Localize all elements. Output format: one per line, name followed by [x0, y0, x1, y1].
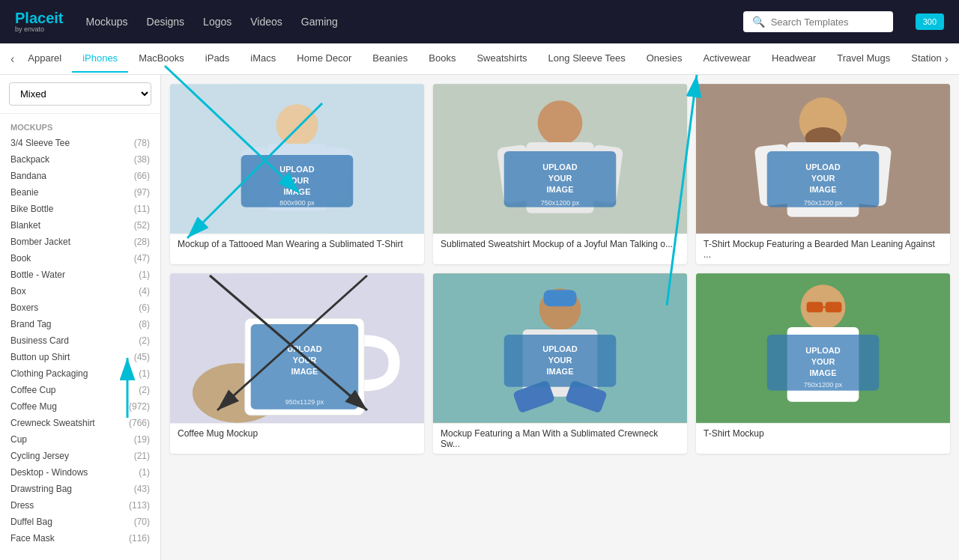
cat-activewear[interactable]: Activewear	[692, 45, 761, 73]
card-coffee-mug[interactable]: UPLOAD YOUR IMAGE 950x1129 px Coffee Mug…	[170, 273, 424, 454]
svg-text:IMAGE: IMAGE	[547, 367, 574, 376]
sidebar-item-drawstring-bag[interactable]: Drawstring Bag(43)	[0, 481, 160, 497]
svg-text:750x1200 px: 750x1200 px	[541, 199, 580, 207]
cat-books[interactable]: Books	[418, 45, 466, 73]
card-image-6: UPLOAD YOUR IMAGE 750x1200 px	[696, 273, 950, 423]
card-label-6: T-Shirt Mockup	[696, 423, 950, 443]
svg-text:950x1129 px: 950x1129 px	[285, 398, 324, 406]
cat-travel-mugs[interactable]: Travel Mugs	[826, 45, 901, 73]
logo-sub: by envato	[15, 26, 63, 34]
svg-text:UPLOAD: UPLOAD	[805, 346, 840, 355]
svg-text:750x1200 px: 750x1200 px	[804, 199, 843, 207]
svg-text:UPLOAD: UPLOAD	[279, 165, 314, 174]
card-image-3: UPLOAD YOUR IMAGE 750x1200 px	[696, 84, 950, 234]
search-input[interactable]	[771, 16, 883, 28]
sidebar-item-beanie[interactable]: Beanie(97)	[0, 184, 160, 201]
card-sunglasses-tshirt[interactable]: UPLOAD YOUR IMAGE 750x1200 px T-Shirt Mo…	[696, 273, 950, 454]
mixed-dropdown[interactable]: Mixed Photos Vectors	[9, 82, 151, 106]
cat-imacs[interactable]: iMacs	[240, 45, 286, 73]
search-bar: 🔍	[743, 11, 893, 32]
card-label-4: Coffee Mug Mockup	[170, 423, 424, 443]
sidebar-item-bandana[interactable]: Bandana(66)	[0, 168, 160, 184]
sidebar-item-coffee-cup[interactable]: Coffee Cup(2)	[0, 382, 160, 398]
sidebar-item-cycling-jersey[interactable]: Cycling Jersey(21)	[0, 448, 160, 464]
card-label-1: Mockup of a Tattooed Man Wearing a Subli…	[170, 234, 424, 254]
sidebar-item-box[interactable]: Box(4)	[0, 283, 160, 299]
svg-text:UPLOAD: UPLOAD	[542, 344, 577, 353]
svg-text:YOUR: YOUR	[811, 357, 835, 366]
svg-text:UPLOAD: UPLOAD	[542, 162, 577, 171]
cat-macbooks[interactable]: MacBooks	[128, 45, 195, 73]
content-area: UPLOAD YOUR IMAGE 800x900 px Mockup of a…	[161, 75, 959, 560]
sidebar-item-boxers[interactable]: Boxers(6)	[0, 299, 160, 316]
main-nav: Mockups Designs Logos Videos Gaming	[85, 16, 720, 28]
svg-text:IMAGE: IMAGE	[291, 367, 318, 376]
sidebar-item-crewneck-sweatshirt[interactable]: Crewneck Sweatshirt(766)	[0, 415, 160, 431]
sidebar-item-clothing-packaging[interactable]: Clothing Packaging(1)	[0, 365, 160, 382]
card-crewneck-man[interactable]: UPLOAD YOUR IMAGE Mockup Featuring a Man…	[433, 273, 687, 454]
svg-text:YOUR: YOUR	[548, 356, 572, 365]
nav-videos[interactable]: Videos	[250, 16, 282, 28]
nav-gaming[interactable]: Gaming	[301, 16, 338, 28]
sidebar-item-backpack[interactable]: Backpack(38)	[0, 151, 160, 168]
svg-text:UPLOAD: UPLOAD	[287, 344, 321, 353]
sidebar-section-label: Mockups	[0, 120, 160, 135]
logo[interactable]: Placeit by envato	[15, 10, 63, 34]
cat-prev-arrow[interactable]: ‹	[7, 52, 17, 66]
cat-home-decor[interactable]: Home Decor	[286, 45, 362, 73]
svg-text:750x1200 px: 750x1200 px	[804, 381, 843, 389]
card-image-2: UPLOAD YOUR IMAGE 750x1200 px	[433, 84, 687, 234]
sidebar-item-34-sleeve-tee[interactable]: 3/4 Sleeve Tee(78)	[0, 135, 160, 151]
svg-text:800x900 px: 800x900 px	[279, 199, 315, 207]
card-label-5: Mockup Featuring a Man With a Sublimated…	[433, 423, 687, 454]
cat-onesies[interactable]: Onesies	[636, 45, 693, 73]
sidebar-item-brand-tag[interactable]: Brand Tag(8)	[0, 316, 160, 332]
sidebar-item-business-card[interactable]: Business Card(2)	[0, 332, 160, 349]
card-label-2: Sublimated Sweatshirt Mockup of a Joyful…	[433, 234, 687, 254]
cat-headwear[interactable]: Headwear	[761, 45, 826, 73]
cat-ipads[interactable]: iPads	[195, 45, 240, 73]
sidebar-item-duffel-bag[interactable]: Duffel Bag(70)	[0, 514, 160, 530]
cat-stationery[interactable]: Stationery	[901, 45, 941, 73]
cat-iphones[interactable]: iPhones	[72, 45, 128, 73]
nav-designs[interactable]: Designs	[147, 16, 185, 28]
sidebar-item-cup[interactable]: Cup(19)	[0, 431, 160, 448]
svg-rect-44	[544, 290, 577, 306]
card-tattooed-man-tshirt[interactable]: UPLOAD YOUR IMAGE 800x900 px Mockup of a…	[170, 84, 424, 264]
cat-long-sleeve[interactable]: Long Sleeve Tees	[538, 45, 636, 73]
card-joyful-man-sweatshirt[interactable]: UPLOAD YOUR IMAGE 750x1200 px Sublimated…	[433, 84, 687, 264]
sidebar-item-desktop-windows[interactable]: Desktop - Windows(1)	[0, 464, 160, 481]
sidebar-item-face-mask[interactable]: Face Mask(116)	[0, 530, 160, 547]
sidebar-item-dress[interactable]: Dress(113)	[0, 497, 160, 514]
nav-mockups[interactable]: Mockups	[85, 16, 127, 28]
mockup-grid: UPLOAD YOUR IMAGE 800x900 px Mockup of a…	[170, 84, 950, 454]
nav-logos[interactable]: Logos	[203, 16, 232, 28]
sidebar-item-bottle-water[interactable]: Bottle - Water(1)	[0, 267, 160, 283]
cat-sweatshirts[interactable]: Sweatshirts	[466, 45, 537, 73]
logo-text: Placeit	[15, 10, 63, 26]
svg-text:YOUR: YOUR	[285, 176, 309, 185]
cat-next-arrow[interactable]: ›	[942, 52, 952, 66]
sidebar-item-blanket[interactable]: Blanket(52)	[0, 217, 160, 234]
cta-button[interactable]: 300	[916, 13, 944, 30]
cat-items: Apparel iPhones MacBooks iPads iMacs Hom…	[17, 45, 941, 73]
svg-point-12	[538, 100, 583, 145]
search-icon: 🔍	[752, 16, 765, 28]
svg-rect-56	[825, 302, 841, 312]
sidebar-item-button-up-shirt[interactable]: Button up Shirt(45)	[0, 349, 160, 365]
sidebar-item-bike-bottle[interactable]: Bike Bottle(11)	[0, 201, 160, 217]
card-bearded-man-tshirt[interactable]: UPLOAD YOUR IMAGE 750x1200 px T-Shirt Mo…	[696, 84, 950, 264]
sidebar-item-coffee-mug[interactable]: Coffee Mug(972)	[0, 398, 160, 415]
cat-beanies[interactable]: Beanies	[362, 45, 418, 73]
svg-text:IMAGE: IMAGE	[810, 368, 837, 377]
svg-text:IMAGE: IMAGE	[547, 185, 574, 194]
sidebar: Mixed Photos Vectors Mockups 3/4 Sleeve …	[0, 75, 161, 560]
svg-rect-55	[807, 302, 823, 312]
sidebar-list: Mockups 3/4 Sleeve Tee(78) Backpack(38) …	[0, 114, 160, 560]
category-nav: ‹ Apparel iPhones MacBooks iPads iMacs H…	[0, 43, 959, 75]
svg-text:YOUR: YOUR	[811, 174, 835, 183]
sidebar-item-bomber-jacket[interactable]: Bomber Jacket(28)	[0, 234, 160, 250]
cat-apparel[interactable]: Apparel	[17, 45, 72, 73]
sidebar-item-book[interactable]: Book(47)	[0, 250, 160, 267]
svg-text:IMAGE: IMAGE	[284, 187, 311, 196]
